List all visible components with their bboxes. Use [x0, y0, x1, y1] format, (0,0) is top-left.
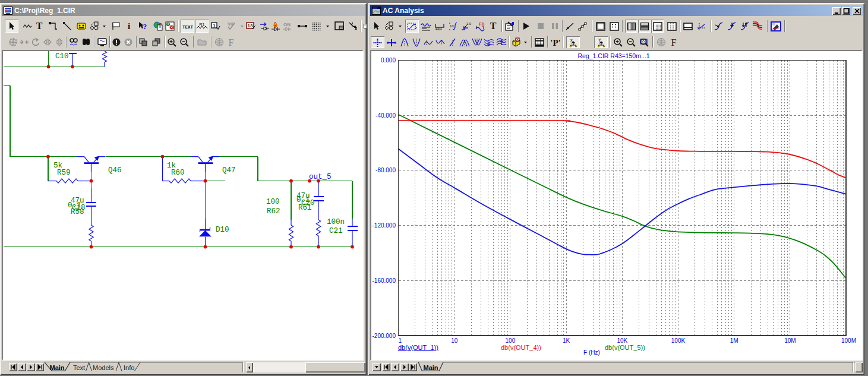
svg-text:-80.000: -80.000 [375, 167, 396, 173]
svg-text:10: 10 [451, 337, 458, 344]
svg-text:Text: Text [73, 364, 85, 371]
svg-text:100M: 100M [841, 337, 856, 344]
svg-text:'P': 'P' [550, 38, 561, 48]
svg-text:R59: R59 [57, 169, 71, 177]
svg-text:0.000: 0.000 [381, 57, 396, 64]
svg-text:db(v(OUT_4)): db(v(OUT_4)) [501, 344, 541, 351]
svg-text:R60: R60 [171, 169, 185, 177]
svg-text:13: 13 [247, 23, 252, 29]
svg-text:1: 1 [399, 337, 402, 344]
svg-text:100K: 100K [671, 337, 686, 344]
svg-text:F: F [671, 37, 677, 47]
svg-text:-40.000: -40.000 [375, 112, 396, 119]
svg-text:db(v(OUT_1)): db(v(OUT_1)) [398, 344, 438, 351]
svg-text:10K: 10K [617, 337, 627, 344]
svg-text:TEXT: TEXT [182, 25, 193, 30]
svg-text:1.0: 1.0 [466, 22, 471, 26]
svg-text:1: 1 [213, 23, 216, 29]
svg-text:?: ? [143, 22, 147, 31]
svg-text:100n: 100n [327, 218, 345, 226]
svg-text:100: 100 [506, 337, 516, 344]
svg-text:1K: 1K [563, 337, 570, 344]
svg-text:10: 10 [450, 24, 454, 28]
svg-text:10M: 10M [784, 337, 796, 344]
svg-text:R61: R61 [298, 204, 312, 212]
svg-text:1M: 1M [730, 337, 738, 344]
svg-text:ON: ON [283, 22, 291, 27]
svg-text:Models: Models [93, 364, 114, 371]
svg-text:Reg_1.CIR R43=150m...1: Reg_1.CIR R43=150m...1 [577, 52, 649, 59]
svg-text:Main: Main [50, 364, 65, 371]
svg-text:F: F [229, 37, 234, 47]
svg-text:100: 100 [266, 198, 280, 206]
svg-text:x: x [570, 38, 573, 42]
svg-text:D10: D10 [216, 226, 229, 234]
svg-text:R58: R58 [71, 208, 84, 216]
svg-text:T: T [36, 21, 42, 31]
svg-text:db(v(OUT_5)): db(v(OUT_5)) [605, 344, 645, 351]
svg-text:Q46: Q46 [108, 166, 122, 175]
svg-text:C21: C21 [329, 227, 343, 235]
svg-text:-120.000: -120.000 [373, 222, 396, 229]
svg-text:F(): F() [479, 22, 484, 27]
svg-text:R62: R62 [267, 207, 280, 216]
svg-text:Info: Info [124, 364, 134, 371]
svg-text:i: i [127, 21, 130, 31]
svg-text:T: T [490, 21, 496, 31]
svg-text:-160.000: -160.000 [373, 277, 396, 284]
svg-text:F (Hz): F (Hz) [583, 349, 600, 356]
svg-text:Q47: Q47 [222, 166, 236, 175]
svg-text:out_5: out_5 [309, 173, 332, 181]
svg-text:C10: C10 [55, 52, 69, 61]
svg-text:Main: Main [424, 364, 438, 371]
svg-text:-200.000: -200.000 [373, 333, 396, 339]
